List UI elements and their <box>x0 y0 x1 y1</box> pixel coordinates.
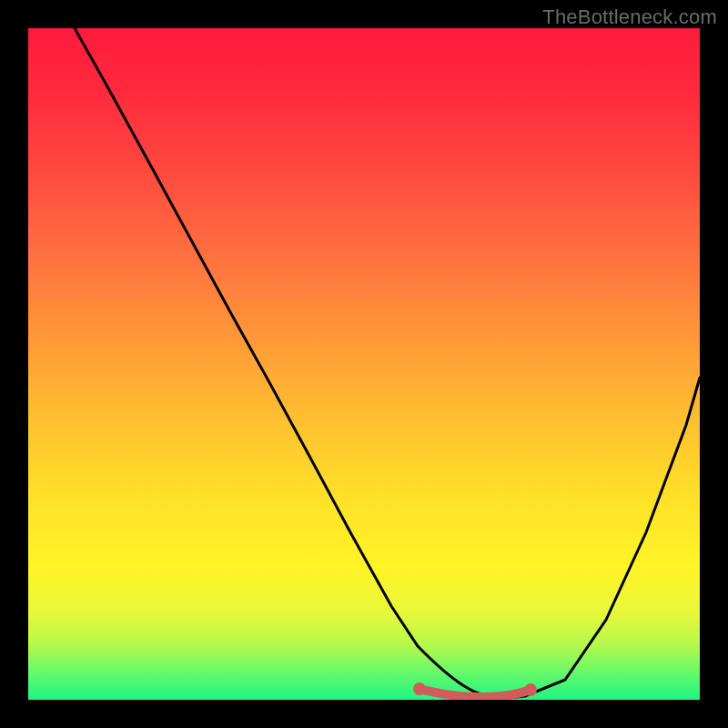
chart-canvas: TheBottleneck.com <box>0 0 728 728</box>
watermark-text: TheBottleneck.com <box>542 5 717 29</box>
minimum-band-start-dot <box>413 682 426 695</box>
plot-area <box>28 28 700 700</box>
minimum-band <box>420 689 531 697</box>
minimum-band-end-dot <box>524 683 537 696</box>
bottleneck-curve <box>75 28 700 697</box>
curve-layer <box>28 28 700 700</box>
